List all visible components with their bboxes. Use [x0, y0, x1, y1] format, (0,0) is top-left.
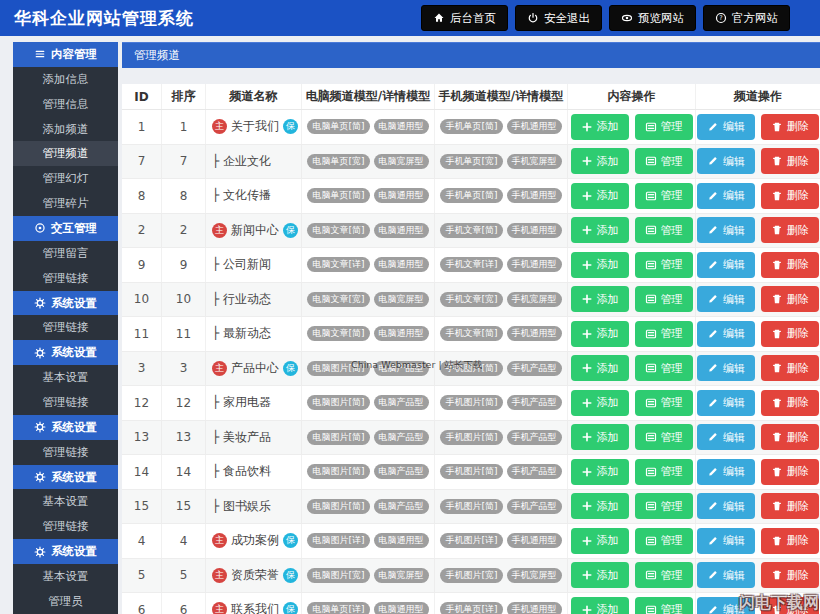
nav-button-official[interactable]: ?官方网站 — [703, 5, 790, 31]
manage-button[interactable]: 管理 — [635, 217, 693, 243]
sidebar-item-admin[interactable]: 管理员 — [13, 589, 118, 614]
add-button[interactable]: 添加 — [571, 459, 629, 485]
manage-button[interactable]: 管理 — [635, 459, 693, 485]
name-cell: 主成功案例保 — [206, 524, 302, 558]
channel-name: ├ 最新动态 — [212, 325, 271, 342]
delete-button[interactable]: 删除 — [761, 459, 819, 485]
edit-button[interactable]: 编辑 — [697, 114, 755, 140]
add-button[interactable]: 添加 — [571, 114, 629, 140]
sidebar-item-basic-settings-1[interactable]: 基本设置 — [13, 365, 118, 390]
manage-button[interactable]: 管理 — [635, 493, 693, 519]
manage-button[interactable]: 管理 — [635, 424, 693, 450]
delete-button[interactable]: 删除 — [761, 390, 819, 416]
delete-button[interactable]: 删除 — [761, 148, 819, 174]
sidebar-section-system-settings-5[interactable]: 系统设置 — [13, 539, 118, 564]
edit-button[interactable]: 编辑 — [697, 459, 755, 485]
edit-button[interactable]: 编辑 — [697, 493, 755, 519]
sidebar-item-manage-info[interactable]: 管理信息 — [13, 92, 118, 117]
delete-button[interactable]: 删除 — [761, 114, 819, 140]
gear-icon — [34, 421, 46, 433]
manage-button[interactable]: 管理 — [635, 114, 693, 140]
edit-button[interactable]: 编辑 — [697, 217, 755, 243]
delete-button[interactable]: 删除 — [761, 321, 819, 347]
add-button[interactable]: 添加 — [571, 390, 629, 416]
add-button[interactable]: 添加 — [571, 217, 629, 243]
edit-button[interactable]: 编辑 — [697, 390, 755, 416]
manage-button[interactable]: 管理 — [635, 252, 693, 278]
sidebar-item-manage-links-2[interactable]: 管理链接 — [13, 315, 118, 340]
edit-button[interactable]: 编辑 — [697, 183, 755, 209]
sidebar-section-interact-manage[interactable]: 交互管理 — [13, 216, 118, 241]
delete-button[interactable]: 删除 — [761, 424, 819, 450]
manage-button[interactable]: 管理 — [635, 355, 693, 381]
table-row: 1313├ 美妆产品电脑图片[简]电脑产品型手机图片[简]手机产品型添加管理编辑… — [122, 421, 820, 456]
sidebar-item-basic-settings-3[interactable]: 基本设置 — [13, 564, 118, 589]
nav-button-preview[interactable]: 预览网站 — [609, 5, 696, 31]
channel-actions-cell: 编辑删除 — [696, 317, 820, 351]
sidebar-section-system-settings-2[interactable]: 系统设置 — [13, 340, 118, 365]
sidebar-item-basic-settings-2[interactable]: 基本设置 — [13, 489, 118, 514]
sidebar-item-manage-links-5[interactable]: 管理链接 — [13, 514, 118, 539]
sidebar-section-content-manage[interactable]: 内容管理 — [13, 42, 118, 67]
edit-button[interactable]: 编辑 — [697, 286, 755, 312]
edit-button[interactable]: 编辑 — [697, 355, 755, 381]
delete-button[interactable]: 删除 — [761, 528, 819, 554]
add-button[interactable]: 添加 — [571, 493, 629, 519]
add-button[interactable]: 添加 — [571, 528, 629, 554]
manage-button[interactable]: 管理 — [635, 390, 693, 416]
manage-button[interactable]: 管理 — [635, 183, 693, 209]
sidebar-item-manage-channel[interactable]: 管理频道 — [13, 141, 118, 166]
edit-button[interactable]: 编辑 — [697, 424, 755, 450]
delete-button[interactable]: 删除 — [761, 183, 819, 209]
pc-model-cell: 电脑单页[简]电脑通用型 — [302, 179, 435, 213]
sidebar-item-manage-links-4[interactable]: 管理链接 — [13, 440, 118, 465]
list-icon — [645, 259, 657, 271]
sidebar-section-system-settings-1[interactable]: 系统设置 — [13, 291, 118, 316]
sidebar-item-manage-fragments[interactable]: 管理碎片 — [13, 191, 118, 216]
sidebar-item-add-channel[interactable]: 添加频道 — [13, 117, 118, 142]
model-badge: 手机通用型 — [507, 188, 562, 203]
delete-button[interactable]: 删除 — [761, 562, 819, 588]
manage-button[interactable]: 管理 — [635, 321, 693, 347]
add-button[interactable]: 添加 — [571, 183, 629, 209]
manage-button[interactable]: 管理 — [635, 597, 693, 614]
delete-button[interactable]: 删除 — [761, 252, 819, 278]
add-button[interactable]: 添加 — [571, 562, 629, 588]
id-cell: 4 — [122, 524, 162, 558]
add-button[interactable]: 添加 — [571, 252, 629, 278]
manage-button[interactable]: 管理 — [635, 562, 693, 588]
edit-button[interactable]: 编辑 — [697, 528, 755, 554]
add-button[interactable]: 添加 — [571, 321, 629, 347]
sidebar-section-system-settings-3[interactable]: 系统设置 — [13, 415, 118, 440]
trash-icon — [771, 431, 783, 443]
sidebar-item-manage-slides[interactable]: 管理幻灯 — [13, 166, 118, 191]
nav-button-logout[interactable]: 安全退出 — [515, 5, 602, 31]
add-button[interactable]: 添加 — [571, 355, 629, 381]
delete-button[interactable]: 删除 — [761, 286, 819, 312]
sidebar-item-add-info[interactable]: 添加信息 — [13, 67, 118, 92]
delete-button[interactable]: 删除 — [761, 355, 819, 381]
add-button[interactable]: 添加 — [571, 148, 629, 174]
id-cell: 8 — [122, 179, 162, 213]
edit-button[interactable]: 编辑 — [697, 321, 755, 347]
manage-button[interactable]: 管理 — [635, 148, 693, 174]
add-button[interactable]: 添加 — [571, 286, 629, 312]
add-button[interactable]: 添加 — [571, 424, 629, 450]
manage-button[interactable]: 管理 — [635, 528, 693, 554]
add-button[interactable]: 添加 — [571, 597, 629, 614]
edit-button[interactable]: 编辑 — [697, 252, 755, 278]
sidebar-item-label: 管理链接 — [43, 320, 89, 335]
edit-button[interactable]: 编辑 — [697, 562, 755, 588]
trash-icon — [771, 362, 783, 374]
sidebar-section-system-settings-4[interactable]: 系统设置 — [13, 465, 118, 490]
sidebar-item-manage-links-1[interactable]: 管理链接 — [13, 266, 118, 291]
delete-button[interactable]: 删除 — [761, 493, 819, 519]
protected-badge: 保 — [283, 533, 298, 548]
edit-button[interactable]: 编辑 — [697, 148, 755, 174]
sidebar-item-manage-links-3[interactable]: 管理链接 — [13, 390, 118, 415]
manage-button[interactable]: 管理 — [635, 286, 693, 312]
sidebar-item-manage-messages[interactable]: 管理留言 — [13, 241, 118, 266]
delete-button[interactable]: 删除 — [761, 217, 819, 243]
model-badge: 电脑产品型 — [374, 499, 429, 514]
nav-button-home[interactable]: 后台首页 — [421, 5, 508, 31]
